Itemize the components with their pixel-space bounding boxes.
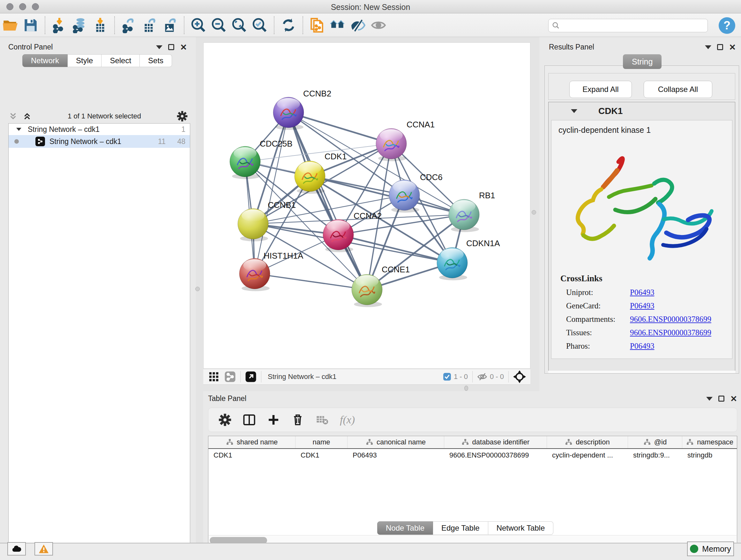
table-column-header[interactable]: name xyxy=(295,436,347,448)
open-session-button[interactable] xyxy=(0,16,20,35)
help-button[interactable]: ? xyxy=(719,17,735,34)
fit-content-icon[interactable] xyxy=(513,370,526,383)
close-panel-icon[interactable]: ✕ xyxy=(730,395,737,403)
home-button[interactable] xyxy=(327,16,348,35)
network-node-CDK1[interactable]: CDK1 xyxy=(294,152,347,194)
table-cell[interactable]: P06493 xyxy=(347,449,444,462)
export-image-button[interactable] xyxy=(159,16,180,35)
table-row[interactable]: CDK1CDK1P064939606.ENSP00000378699cyclin… xyxy=(208,449,737,462)
tab-edge-table[interactable]: Edge Table xyxy=(433,521,488,535)
network-graph[interactable]: CCNB2CCNA1CDC25BCDK1CDC6RB1CCNB1CCNA2CDK… xyxy=(204,43,530,368)
table-cell[interactable]: 9606.ENSP00000378699 xyxy=(444,449,547,462)
tab-string[interactable]: String xyxy=(623,54,662,69)
left-splitter-handle[interactable] xyxy=(195,287,200,291)
table-column-header[interactable]: namespace xyxy=(682,436,738,448)
inactive-eye-button[interactable] xyxy=(368,16,389,35)
save-session-button[interactable] xyxy=(20,16,41,35)
selected-checkbox-icon[interactable] xyxy=(443,373,451,381)
network-node-HIST1H1A[interactable]: HIST1H1A xyxy=(239,251,304,291)
network-edge[interactable] xyxy=(255,112,288,273)
zoom-fit-button[interactable] xyxy=(229,16,250,35)
tab-node-table[interactable]: Node Table xyxy=(377,521,433,535)
network-node-CDKN1A[interactable]: CDKN1A xyxy=(437,239,500,280)
function-builder-icon[interactable]: f(x) xyxy=(340,414,355,426)
hidden-eye-icon[interactable] xyxy=(477,372,487,382)
network-edge[interactable] xyxy=(255,273,367,290)
network-edge[interactable] xyxy=(288,112,391,144)
expand-all-icon[interactable] xyxy=(22,111,32,121)
delete-column-icon[interactable] xyxy=(291,414,304,426)
hide-show-panels-button[interactable] xyxy=(348,16,368,35)
collapse-all-button[interactable]: Collapse All xyxy=(644,81,712,98)
table-cell[interactable]: cyclin-dependent ... xyxy=(547,449,628,462)
entry-collapse-icon[interactable] xyxy=(571,109,577,113)
refresh-button[interactable] xyxy=(278,16,299,35)
table-column-header[interactable]: database identifier xyxy=(444,436,547,448)
share-view-icon[interactable] xyxy=(224,371,236,382)
table-column-header[interactable]: description xyxy=(547,436,628,448)
right-splitter-handle[interactable] xyxy=(532,210,536,214)
export-network-button[interactable] xyxy=(119,16,139,35)
crosslink-link[interactable]: P06493 xyxy=(630,341,654,351)
close-panel-icon[interactable]: ✕ xyxy=(180,43,187,51)
tab-sets[interactable]: Sets xyxy=(140,54,172,67)
tab-network-table[interactable]: Network Table xyxy=(488,521,554,535)
network-edge[interactable] xyxy=(288,112,367,290)
import-network-from-database-button[interactable] xyxy=(70,16,90,35)
table-cell[interactable]: CDK1 xyxy=(208,449,295,462)
grid-view-icon[interactable] xyxy=(208,371,219,382)
table-settings-gear-icon[interactable] xyxy=(219,414,231,426)
add-column-icon[interactable] xyxy=(267,414,280,426)
delete-table-icon[interactable] xyxy=(316,414,328,426)
float-panel-icon[interactable] xyxy=(717,44,723,50)
panel-menu-icon[interactable] xyxy=(156,45,162,49)
export-table-button[interactable] xyxy=(139,16,159,35)
float-panel-icon[interactable] xyxy=(718,395,724,401)
network-node-CCNA1[interactable]: CCNA1 xyxy=(376,120,434,161)
table-column-header[interactable]: shared name xyxy=(208,436,295,448)
zoom-selected-button[interactable] xyxy=(250,16,270,35)
tab-network[interactable]: Network xyxy=(22,54,68,67)
network-node-CCNB2[interactable]: CCNB2 xyxy=(273,89,331,130)
expand-all-button[interactable]: Expand All xyxy=(569,81,632,98)
network-collection-row[interactable]: String Network – cdk1 1 xyxy=(9,124,190,135)
network-node-CCNB1[interactable]: CCNB1 xyxy=(238,200,296,241)
import-network-from-file-button[interactable] xyxy=(49,16,70,35)
float-panel-icon[interactable] xyxy=(168,44,174,50)
show-columns-icon[interactable] xyxy=(243,414,256,426)
warnings-button[interactable] xyxy=(35,542,53,556)
horizontal-splitter-handle[interactable] xyxy=(464,386,468,391)
crosslink-link[interactable]: 9606.ENSP00000378699 xyxy=(630,315,711,324)
network-canvas[interactable]: CCNB2CCNA1CDC25BCDK1CDC6RB1CCNB1CCNA2CDK… xyxy=(203,43,530,369)
import-table-from-file-button[interactable] xyxy=(90,16,111,35)
tab-select[interactable]: Select xyxy=(102,54,140,67)
network-node-CDC25B[interactable]: CDC25B xyxy=(230,139,293,179)
table-cell[interactable]: stringdb:9... xyxy=(628,449,682,462)
table-column-header[interactable]: @id xyxy=(628,436,682,448)
network-node-RB1[interactable]: RB1 xyxy=(449,191,495,232)
collapse-all-icon[interactable] xyxy=(8,111,18,121)
table-cell[interactable]: stringdb xyxy=(682,449,738,462)
collection-expand-icon[interactable] xyxy=(16,128,21,131)
close-panel-icon[interactable]: ✕ xyxy=(729,43,736,51)
panel-menu-icon[interactable] xyxy=(705,45,711,49)
tab-style[interactable]: Style xyxy=(68,54,102,67)
protein-entry-header[interactable]: CDK1 xyxy=(549,102,735,120)
results-scroll-strip[interactable] xyxy=(548,371,735,373)
table-cell[interactable]: CDK1 xyxy=(295,449,347,462)
zoom-out-button[interactable] xyxy=(209,16,229,35)
crosslink-link[interactable]: P06493 xyxy=(630,288,654,297)
network-node-CCNE1[interactable]: CCNE1 xyxy=(352,265,410,307)
table-column-header[interactable]: canonical name xyxy=(347,436,444,448)
crosslink-link[interactable]: 9606.ENSP00000378699 xyxy=(630,328,711,337)
cloud-button[interactable] xyxy=(7,542,26,556)
network-row[interactable]: String Network – cdk1 11 48 xyxy=(9,135,190,148)
panel-menu-icon[interactable] xyxy=(706,397,713,401)
gear-icon[interactable] xyxy=(177,111,188,122)
zoom-in-button[interactable] xyxy=(188,16,209,35)
open-in-window-icon[interactable] xyxy=(245,371,257,382)
string-import-button[interactable] xyxy=(307,16,327,35)
crosslink-link[interactable]: P06493 xyxy=(630,301,654,310)
memory-button[interactable]: Memory xyxy=(687,542,734,556)
search-input[interactable] xyxy=(560,19,708,32)
